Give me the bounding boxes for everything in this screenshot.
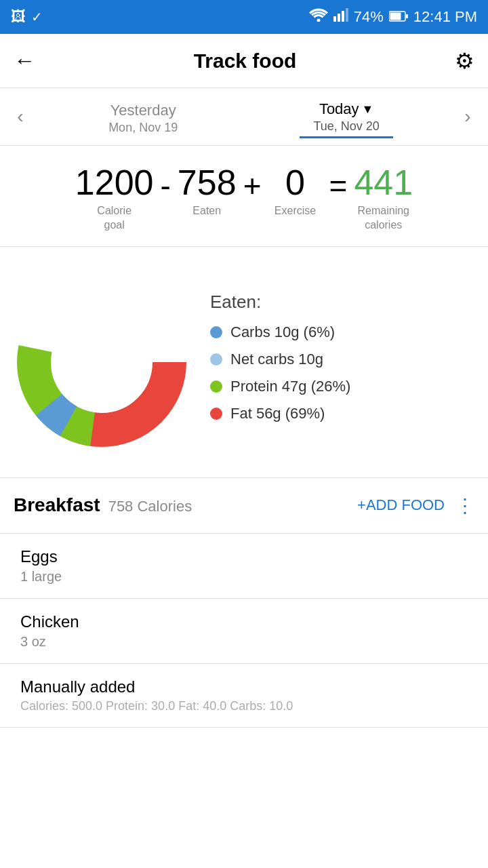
meal-header: Breakfast 758 Calories +ADD FOOD ⋮ [0, 478, 488, 534]
today-sub: Tue, Nov 20 [313, 119, 379, 134]
remaining-value: 441 [354, 165, 413, 200]
minus-operator: - [154, 165, 178, 204]
status-right: 74% 12:41 PM [309, 8, 477, 26]
svg-rect-2 [338, 14, 340, 22]
svg-point-0 [317, 19, 320, 22]
battery-icon [389, 8, 408, 26]
exercise-item: 0 Exercise [268, 165, 323, 218]
donut-hole [53, 313, 150, 411]
food-item-eggs[interactable]: Eggs 1 large [0, 534, 488, 599]
check-icon: ✓ [31, 9, 43, 25]
remaining-label: Remainingcalories [358, 204, 409, 233]
app-bar: ← Track food ⚙ [0, 34, 488, 88]
page-title: Track food [194, 50, 297, 73]
wifi-icon [309, 8, 328, 26]
signal-icon [333, 8, 348, 26]
meal-actions: +ADD FOOD ⋮ [357, 494, 474, 517]
calorie-summary: 1200 Caloriegoal - 758 Eaten + 0 Exercis… [0, 146, 488, 247]
exercise-label: Exercise [274, 204, 316, 218]
exercise-value: 0 [285, 165, 305, 200]
donut-chart [7, 267, 197, 457]
protein-label: Protein 47g (26%) [230, 378, 350, 395]
equals-operator: = [323, 165, 354, 204]
status-left: 🖼 ✓ [11, 8, 43, 26]
net-carbs-label: Net carbs 10g [230, 351, 323, 368]
macro-legend: Eaten: Carbs 10g (6%) Net carbs 10g Prot… [210, 292, 474, 432]
today-date[interactable]: Today ▼ Tue, Nov 20 [300, 95, 392, 138]
today-dropdown-icon[interactable]: ▼ [362, 102, 374, 117]
remaining-item: 441 Remainingcalories [354, 165, 413, 233]
eaten-value: 758 [178, 165, 237, 200]
calorie-goal-item: 1200 Caloriegoal [75, 165, 154, 233]
eaten-item: 758 Eaten [178, 165, 237, 218]
macro-section: Eaten: Carbs 10g (6%) Net carbs 10g Prot… [0, 247, 488, 478]
carbs-dot [210, 326, 222, 338]
meal-calories: 758 Calories [108, 498, 192, 515]
svg-rect-1 [333, 16, 336, 22]
meal-title-group: Breakfast 758 Calories [14, 494, 192, 516]
svg-rect-4 [346, 8, 348, 22]
calorie-goal-label: Caloriegoal [97, 204, 131, 233]
svg-rect-6 [390, 13, 401, 20]
date-nav-content: Yesterday Mon, Nov 19 Today ▼ Tue, Nov 2… [41, 95, 447, 138]
food-detail-manually-added: Calories: 500.0 Protein: 30.0 Fat: 40.0 … [20, 699, 474, 713]
plus-operator: + [237, 165, 268, 204]
meal-title: Breakfast [14, 494, 100, 516]
food-detail-eggs: 1 large [20, 569, 474, 585]
carbs-label: Carbs 10g (6%) [230, 323, 335, 341]
protein-dot [210, 380, 222, 393]
today-label: Today ▼ [319, 100, 374, 118]
svg-rect-7 [406, 14, 408, 18]
more-options-button[interactable]: ⋮ [455, 494, 474, 517]
fat-label: Fat 56g (69%) [230, 405, 325, 422]
time: 12:41 PM [413, 8, 477, 26]
macro-legend-title: Eaten: [210, 292, 474, 313]
food-item-chicken[interactable]: Chicken 3 oz [0, 599, 488, 664]
legend-carbs: Carbs 10g (6%) [210, 323, 474, 341]
date-navigation: ‹ Yesterday Mon, Nov 19 Today ▼ Tue, Nov… [0, 88, 488, 146]
legend-fat: Fat 56g (69%) [210, 405, 474, 422]
battery-text: 74% [354, 8, 384, 26]
food-name-eggs: Eggs [20, 547, 474, 566]
back-button[interactable]: ← [14, 48, 35, 73]
food-item-manually-added[interactable]: Manually added Calories: 500.0 Protein: … [0, 664, 488, 728]
next-day-button[interactable]: › [447, 106, 488, 127]
net-carbs-dot [210, 353, 222, 366]
image-icon: 🖼 [11, 8, 26, 26]
yesterday-sub: Mon, Nov 19 [108, 121, 178, 135]
add-food-button[interactable]: +ADD FOOD [357, 496, 445, 514]
legend-net-carbs: Net carbs 10g [210, 351, 474, 368]
food-name-chicken: Chicken [20, 612, 474, 631]
calorie-goal-value: 1200 [75, 165, 154, 200]
svg-rect-3 [342, 11, 344, 22]
eaten-label: Eaten [192, 204, 221, 218]
settings-button[interactable]: ⚙ [455, 48, 474, 74]
legend-protein: Protein 47g (26%) [210, 378, 474, 395]
yesterday-date[interactable]: Yesterday Mon, Nov 19 [95, 96, 191, 138]
status-bar: 🖼 ✓ 74% 12 [0, 0, 488, 34]
yesterday-label: Yesterday [110, 102, 176, 119]
meal-section-breakfast: Breakfast 758 Calories +ADD FOOD ⋮ Eggs … [0, 478, 488, 728]
food-detail-chicken: 3 oz [20, 634, 474, 650]
fat-dot [210, 408, 222, 420]
food-name-manually-added: Manually added [20, 677, 474, 696]
prev-day-button[interactable]: ‹ [0, 106, 41, 127]
